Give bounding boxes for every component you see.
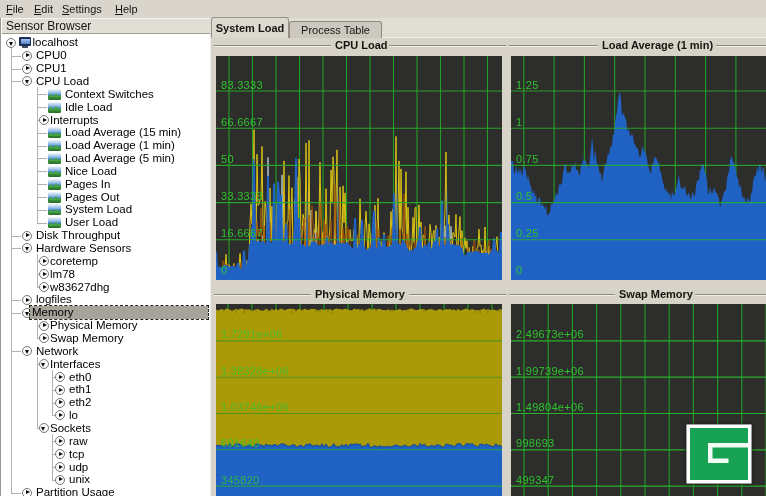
svg-text:2.49673e+06: 2.49673e+06: [516, 328, 584, 340]
svg-text:83.3333: 83.3333: [221, 79, 263, 91]
svg-text:0: 0: [516, 264, 522, 276]
svg-text:0: 0: [221, 264, 227, 276]
svg-text:66.6667: 66.6667: [221, 116, 263, 128]
svg-text:0.75: 0.75: [516, 153, 539, 165]
svg-text:1.38328e+06: 1.38328e+06: [221, 365, 289, 377]
svg-text:1.49804e+06: 1.49804e+06: [516, 401, 584, 413]
svg-text:0.25: 0.25: [516, 227, 539, 239]
svg-text:998693: 998693: [516, 437, 555, 449]
svg-text:16.6667: 16.6667: [221, 227, 263, 239]
svg-text:1.7291e+06: 1.7291e+06: [221, 328, 282, 340]
svg-text:1.03746e+06: 1.03746e+06: [221, 401, 289, 413]
svg-text:1.25: 1.25: [516, 79, 539, 91]
svg-text:50: 50: [221, 153, 234, 165]
svg-text:499347: 499347: [516, 474, 555, 486]
svg-text:1.99739e+06: 1.99739e+06: [516, 365, 584, 377]
svg-text:345820: 345820: [221, 474, 260, 486]
svg-text:33.3333: 33.3333: [221, 190, 263, 202]
svg-text:691640: 691640: [221, 437, 260, 449]
svg-text:0.5: 0.5: [516, 190, 532, 202]
svg-text:1: 1: [516, 116, 522, 128]
